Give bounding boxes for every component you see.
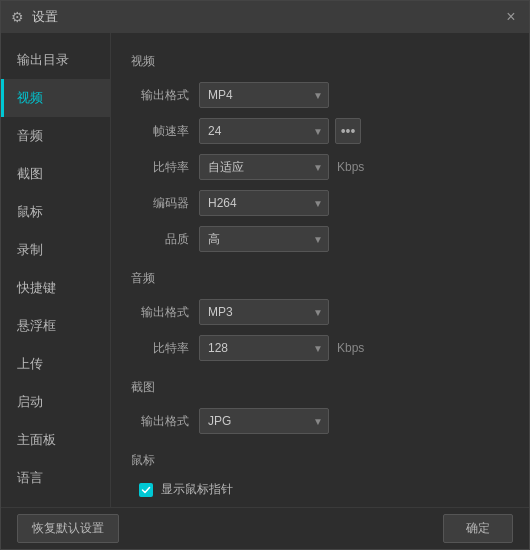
img-format-row: 输出格式 JPG PNG BMP ▼ (131, 408, 509, 434)
sidebar-item-main-panel[interactable]: 主面板 (1, 421, 110, 459)
ok-button[interactable]: 确定 (443, 514, 513, 543)
video-section-title: 视频 (131, 53, 509, 70)
show-cursor-row: 显示鼠标指针 (139, 481, 509, 498)
audio-format-wrapper: MP3 AAC WAV OGG ▼ (199, 299, 329, 325)
main-content: 视频 输出格式 MP4 AVI MOV MKV ▼ (111, 33, 529, 507)
window-title: 设置 (32, 8, 58, 26)
encoder-row: 编码器 H264 H265 VP8 VP9 ▼ (131, 190, 509, 216)
sidebar-item-record[interactable]: 录制 (1, 231, 110, 269)
audio-format-row: 输出格式 MP3 AAC WAV OGG ▼ (131, 299, 509, 325)
sidebar-item-hotkeys[interactable]: 快捷键 (1, 269, 110, 307)
audio-bitrate-row: 比特率 64 128 192 320 ▼ Kbps (131, 335, 509, 361)
show-cursor-checkbox[interactable] (139, 483, 153, 497)
audio-section: 音频 输出格式 MP3 AAC WAV OGG ▼ (131, 270, 509, 361)
screenshot-section: 截图 输出格式 JPG PNG BMP ▼ (131, 379, 509, 434)
sidebar-item-upload[interactable]: 上传 (1, 345, 110, 383)
video-bitrate-row: 比特率 自适应 1000 2000 4000 ▼ Kbps (131, 154, 509, 180)
sidebar-item-output-dir[interactable]: 输出目录 (1, 41, 110, 79)
body: 输出目录视频音频截图鼠标录制快捷键悬浮框上传启动主面板语言 视频 输出格式 MP… (1, 33, 529, 507)
sidebar-item-startup[interactable]: 启动 (1, 383, 110, 421)
video-format-label: 输出格式 (131, 87, 189, 104)
audio-section-title: 音频 (131, 270, 509, 287)
audio-bitrate-label: 比特率 (131, 340, 189, 357)
sidebar-item-video[interactable]: 视频 (1, 79, 110, 117)
video-format-select[interactable]: MP4 AVI MOV MKV (199, 82, 329, 108)
sidebar: 输出目录视频音频截图鼠标录制快捷键悬浮框上传启动主面板语言 (1, 33, 111, 507)
encoder-label: 编码器 (131, 195, 189, 212)
img-format-label: 输出格式 (131, 413, 189, 430)
img-format-select[interactable]: JPG PNG BMP (199, 408, 329, 434)
img-format-wrapper: JPG PNG BMP ▼ (199, 408, 329, 434)
quality-label: 品质 (131, 231, 189, 248)
encoder-select[interactable]: H264 H265 VP8 VP9 (199, 190, 329, 216)
video-bitrate-label: 比特率 (131, 159, 189, 176)
video-format-row: 输出格式 MP4 AVI MOV MKV ▼ (131, 82, 509, 108)
titlebar-left: ⚙ 设置 (11, 8, 58, 26)
titlebar: ⚙ 设置 × (1, 1, 529, 33)
mouse-section: 鼠标 显示鼠标指针 显示鼠标区域 (131, 452, 509, 507)
quality-row: 品质 低 中 高 极高 ▼ (131, 226, 509, 252)
audio-format-select[interactable]: MP3 AAC WAV OGG (199, 299, 329, 325)
video-bitrate-select[interactable]: 自适应 1000 2000 4000 (199, 154, 329, 180)
settings-window: ⚙ 设置 × 输出目录视频音频截图鼠标录制快捷键悬浮框上传启动主面板语言 视频 … (0, 0, 530, 550)
encoder-wrapper: H264 H265 VP8 VP9 ▼ (199, 190, 329, 216)
video-bitrate-wrapper: 自适应 1000 2000 4000 ▼ (199, 154, 329, 180)
audio-bitrate-wrapper: 64 128 192 320 ▼ (199, 335, 329, 361)
fps-more-button[interactable]: ••• (335, 118, 361, 144)
audio-bitrate-unit: Kbps (337, 341, 364, 355)
checkmark-icon (141, 485, 151, 495)
video-bitrate-unit: Kbps (337, 160, 364, 174)
fps-row: 帧速率 24 25 30 60 ▼ ••• (131, 118, 509, 144)
fps-select[interactable]: 24 25 30 60 (199, 118, 329, 144)
sidebar-item-language[interactable]: 语言 (1, 459, 110, 497)
quality-select[interactable]: 低 中 高 极高 (199, 226, 329, 252)
fps-label: 帧速率 (131, 123, 189, 140)
reset-button[interactable]: 恢复默认设置 (17, 514, 119, 543)
screenshot-section-title: 截图 (131, 379, 509, 396)
gear-icon: ⚙ (11, 9, 24, 25)
audio-bitrate-select[interactable]: 64 128 192 320 (199, 335, 329, 361)
sidebar-item-audio[interactable]: 音频 (1, 117, 110, 155)
audio-format-label: 输出格式 (131, 304, 189, 321)
sidebar-item-float[interactable]: 悬浮框 (1, 307, 110, 345)
quality-wrapper: 低 中 高 极高 ▼ (199, 226, 329, 252)
mouse-section-title: 鼠标 (131, 452, 509, 469)
show-cursor-label: 显示鼠标指针 (161, 481, 233, 498)
sidebar-item-mouse[interactable]: 鼠标 (1, 193, 110, 231)
footer: 恢复默认设置 确定 (1, 507, 529, 549)
fps-wrapper: 24 25 30 60 ▼ (199, 118, 329, 144)
video-format-wrapper: MP4 AVI MOV MKV ▼ (199, 82, 329, 108)
close-button[interactable]: × (503, 9, 519, 25)
video-section: 视频 输出格式 MP4 AVI MOV MKV ▼ (131, 53, 509, 252)
sidebar-item-screenshot[interactable]: 截图 (1, 155, 110, 193)
